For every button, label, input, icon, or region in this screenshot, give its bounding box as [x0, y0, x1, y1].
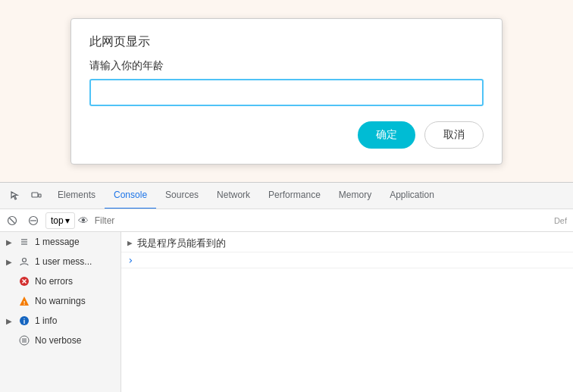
sidebar-item-errors[interactable]: No errors: [0, 271, 121, 291]
svg-text:i: i: [23, 318, 26, 325]
chevron-down-icon: ▾: [65, 215, 70, 226]
devtools-sidebar: ▶ 1 message ▶: [0, 232, 121, 392]
console-blue-arrow-icon[interactable]: ›: [127, 254, 133, 266]
svg-line-3: [10, 218, 15, 223]
devtools-tabs: Elements Console Sources Network Perform…: [0, 183, 573, 209]
dialog: 此网页显示 请输入你的年龄 确定 取消: [70, 18, 503, 165]
expand-arrow-messages: ▶: [6, 238, 14, 246]
expand-arrow-user: ▶: [6, 258, 14, 266]
dialog-buttons: 确定 取消: [89, 121, 484, 149]
confirm-button[interactable]: 确定: [358, 121, 415, 149]
tab-performance[interactable]: Performance: [259, 183, 330, 209]
console-output: ▶ 我是程序员能看到的 ›: [121, 232, 573, 392]
tab-icon-group: [3, 187, 49, 205]
tab-sources[interactable]: Sources: [156, 183, 208, 209]
tab-elements[interactable]: Elements: [49, 183, 105, 209]
messages-label: 1 message: [35, 237, 80, 247]
user-icon: [18, 256, 30, 268]
filter-default-label: Def: [551, 216, 570, 225]
sidebar-item-info[interactable]: ▶ i 1 info: [0, 311, 121, 331]
svg-text:!: !: [23, 299, 26, 306]
filter-input[interactable]: [92, 214, 548, 227]
verbose-label: No verbose: [35, 335, 81, 346]
console-row-1: ▶ 我是程序员能看到的: [121, 235, 573, 252]
info-label: 1 info: [35, 315, 57, 326]
device-toggle-icon[interactable]: [27, 187, 45, 205]
tab-network[interactable]: Network: [208, 183, 259, 209]
verbose-icon: [18, 334, 30, 347]
dialog-label: 请输入你的年龄: [89, 59, 484, 73]
error-icon: [18, 275, 30, 287]
tab-memory[interactable]: Memory: [330, 183, 380, 209]
select-element-icon[interactable]: [6, 187, 24, 205]
console-row-2: ›: [121, 252, 573, 268]
eye-icon[interactable]: 👁: [78, 215, 89, 227]
sidebar-item-verbose[interactable]: No verbose: [0, 331, 121, 350]
context-selector[interactable]: top ▾: [45, 212, 75, 229]
devtools-toolbar: top ▾ 👁 Def: [0, 209, 573, 232]
warnings-label: No warnings: [35, 296, 86, 306]
expand-row-icon[interactable]: ▶: [127, 238, 133, 248]
errors-label: No errors: [35, 276, 73, 287]
expand-arrow-info: ▶: [6, 317, 14, 325]
devtools-panel: Elements Console Sources Network Perform…: [0, 182, 573, 392]
svg-rect-0: [32, 193, 38, 197]
context-label: top: [51, 215, 64, 226]
sidebar-item-warnings[interactable]: ! No warnings: [0, 291, 121, 311]
cancel-button[interactable]: 取消: [424, 121, 484, 149]
console-message-1: 我是程序员能看到的: [137, 237, 226, 250]
browser-area: 此网页显示 请输入你的年龄 确定 取消: [0, 0, 573, 182]
sidebar-item-user-messages[interactable]: ▶ 1 user mess...: [0, 252, 121, 271]
warning-icon: !: [18, 295, 30, 307]
clear-console-icon[interactable]: [3, 212, 21, 230]
tab-application[interactable]: Application: [380, 183, 443, 209]
info-icon: i: [18, 315, 30, 327]
list-icon: [18, 236, 30, 248]
user-messages-label: 1 user mess...: [35, 256, 92, 267]
tab-console[interactable]: Console: [105, 183, 156, 209]
svg-point-9: [23, 259, 27, 262]
dialog-input[interactable]: [89, 79, 484, 106]
block-icon[interactable]: [24, 212, 42, 230]
svg-rect-1: [39, 194, 41, 197]
devtools-content: ▶ 1 message ▶: [0, 232, 573, 392]
dialog-title: 此网页显示: [89, 34, 484, 50]
sidebar-item-messages[interactable]: ▶ 1 message: [0, 232, 121, 252]
